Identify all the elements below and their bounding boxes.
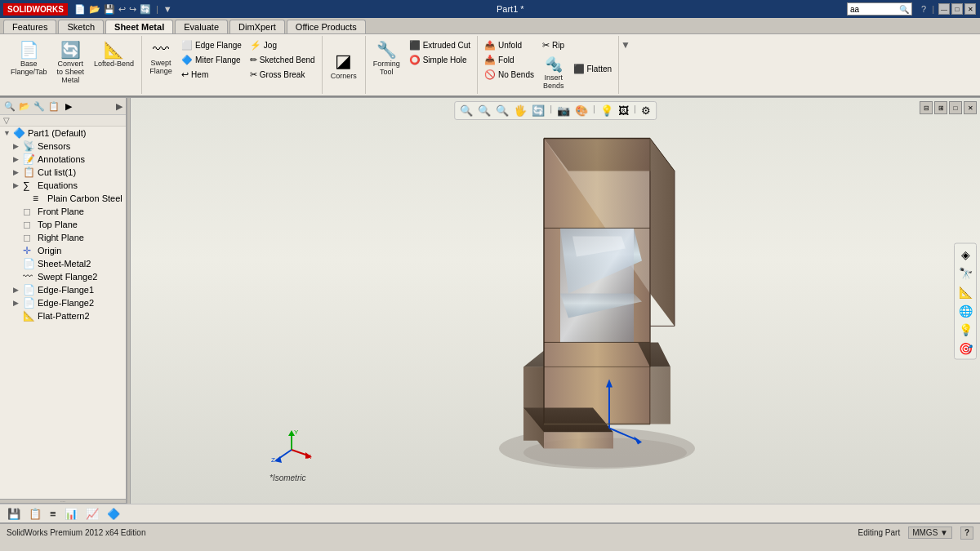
redo-icon[interactable]: ↪ [129,4,136,15]
search-box[interactable]: 🔍 [847,2,912,16]
ribbon-expand-button[interactable]: ▼ [619,36,632,94]
fold-button[interactable]: 📥Fold [481,53,537,67]
tree-config-icon[interactable]: 📋 [47,100,60,113]
flatten-button[interactable]: ⬛Flatten [570,62,616,76]
tab-dimxpert[interactable]: DimXpert [229,20,285,33]
save-icon[interactable]: 💾 [104,4,115,15]
viewport-toolbar: 🔍 🔍 🔍 🖐 🔄 | 📷 🎨 | 💡 🖼 | ⚙ [454,101,657,120]
new-icon[interactable]: 📄 [74,4,86,15]
display-style-icon[interactable]: 🎨 [573,104,590,118]
undo-icon[interactable]: ↩ [118,4,126,15]
lighting-icon[interactable]: 💡 [957,321,973,337]
zoom-out-icon[interactable]: 🔍 [494,104,510,118]
tab-sketch[interactable]: Sketch [58,20,104,33]
bt-graph-icon[interactable]: 📈 [83,507,101,521]
corners-button[interactable]: ◪ Corners [326,38,362,92]
tree-item-origin[interactable]: ✛ Origin [0,244,126,257]
jog-button[interactable]: ⚡Jog [247,38,318,52]
forming-tool-button[interactable]: 🔧 FormingTool [369,38,404,78]
tree-item-cut-list[interactable]: ▶ 📋 Cut list(1) [0,166,126,179]
tree-item-top-plane[interactable]: ◻ Top Plane [0,218,126,231]
bt-save-icon[interactable]: 💾 [5,507,23,521]
lofted-bend-button[interactable]: 📐 Lofted-Bend [90,38,138,70]
tree-item-right-plane[interactable]: ◻ Right Plane [0,231,126,244]
tree-item-swept-flange2[interactable]: 〰 Swept Flange2 [0,270,126,283]
unfold-button[interactable]: 📤Unfold [481,38,537,52]
tree-display-icon[interactable]: ▶ [62,100,75,113]
rebuild-icon[interactable]: 🔄 [140,4,151,15]
options-icon[interactable]: ▼ [163,4,172,14]
zoom-in-icon[interactable]: 🔍 [476,104,492,118]
tree-search-icon[interactable]: 🔍 [3,100,16,113]
ribbon-group-base: 📄 BaseFlange/Tab 🔄 Convertto SheetMetal … [3,36,142,94]
bt-3d-icon[interactable]: 🔷 [105,507,122,521]
svg-text:X: X [307,453,312,460]
tab-evaluate[interactable]: Evaluate [175,20,228,33]
view-selector-icon[interactable]: ◈ [957,246,973,262]
camera-icon[interactable]: 📷 [555,104,572,118]
tree-item-annotations[interactable]: ▶ 📝 Annotations [0,153,126,166]
tab-office-products[interactable]: Office Products [287,20,366,33]
tab-features[interactable]: Features [3,20,56,33]
pan-icon[interactable]: 🖐 [512,104,528,118]
view-settings-icon[interactable]: ⚙ [639,104,653,118]
tab-sheet-metal[interactable]: Sheet Metal [105,20,173,33]
close-button[interactable]: ✕ [964,3,976,15]
convert-to-sheet-metal-button[interactable]: 🔄 Convertto SheetMetal [53,38,89,87]
maximize-button[interactable]: □ [951,3,963,15]
tree-toolbar: 🔍 📂 🔧 📋 ▶ ▶ [0,98,126,115]
insert-bends-button[interactable]: 🔩 InsertBends [539,53,568,92]
tree-item-edge-flange2[interactable]: ▶ 📄 Edge-Flange2 [0,296,126,309]
section-view-icon[interactable]: 📐 [957,283,973,300]
tree-item-front-plane[interactable]: ◻ Front Plane [0,205,126,218]
tree-item-plain-carbon-steel[interactable]: ≡ Plain Carbon Steel [0,192,126,205]
solidworks-logo[interactable]: SOLIDWORKS [3,3,68,16]
swept-flange-button[interactable]: 〰 SweptFlange [145,38,176,78]
small-buttons-col2: ⚡Jog ✏Sketched Bend ✂Gross Break [247,38,318,82]
globe-icon[interactable]: 🌐 [957,302,973,318]
vp-split-vertical-button[interactable]: ⊞ [934,101,947,114]
status-units-button[interactable]: MMGS ▼ [908,527,952,539]
bt-clipboard-icon[interactable]: 📋 [26,507,44,521]
vp-close-button[interactable]: ✕ [964,101,977,114]
vp-maximize-button[interactable]: □ [949,101,962,114]
open-icon[interactable]: 📂 [89,4,100,15]
tree-item-edge-flange1[interactable]: ▶ 📄 Edge-Flange1 [0,283,126,296]
viewport-window-controls: ⊟ ⊞ □ ✕ [920,101,977,114]
help-icon[interactable]: ? [921,4,926,14]
search-icon[interactable]: 🔍 [899,5,909,14]
minimize-button[interactable]: — [938,3,950,15]
tree-item-equations[interactable]: ▶ ∑ Equations [0,179,126,192]
bt-chart-icon[interactable]: 📊 [62,507,80,521]
tree-item-sensors[interactable]: ▶ 📡 Sensors [0,140,126,153]
sketched-bend-button[interactable]: ✏Sketched Bend [247,53,318,67]
tree-item-flat-pattern2[interactable]: 📐 Flat-Pattern2 [0,309,126,322]
axis-indicator: Y X Z [270,428,314,473]
edge-flange-button[interactable]: ⬜Edge Flange [178,38,245,52]
render-icon[interactable]: 🖼 [617,104,630,118]
bt-list-icon[interactable]: ≡ [47,507,59,521]
target-icon[interactable]: 🎯 [957,340,973,356]
view-orientation-icon[interactable]: 🔭 [957,264,973,281]
tree-item-part1[interactable]: ▼ 🔷 Part1 (Default) [0,127,126,140]
cross-break-button[interactable]: ✂Gross Break [247,68,318,82]
simple-hole-button[interactable]: ⭕Simple Hole [406,53,474,67]
tree-filter-icon[interactable]: 🔧 [33,100,46,113]
zoom-to-fit-icon[interactable]: 🔍 [458,104,474,118]
svg-marker-14 [544,432,613,448]
hem-button[interactable]: ↩Hem [178,68,245,82]
status-help-button[interactable]: ? [960,527,973,540]
vp-split-horizontal-button[interactable]: ⊟ [920,101,933,114]
scene-icon[interactable]: 💡 [599,104,615,118]
base-flange-button[interactable]: 📄 BaseFlange/Tab [7,38,51,78]
tree-splitter[interactable]: ··· [0,499,126,504]
search-input[interactable] [850,5,899,14]
rip-button[interactable]: ✂Rip [539,38,568,52]
tree-item-sheet-metal2[interactable]: 📄 Sheet-Metal2 [0,257,126,270]
extruded-cut-button[interactable]: ⬛Extruded Cut [406,38,474,52]
tree-folder-icon[interactable]: 📂 [18,100,31,113]
rotate-icon[interactable]: 🔄 [530,104,546,118]
no-bends-button[interactable]: 🚫No Bends [481,68,537,82]
tree-expand-icon[interactable]: ▶ [116,101,122,112]
miter-flange-button[interactable]: 🔷Miter Flange [178,53,245,67]
